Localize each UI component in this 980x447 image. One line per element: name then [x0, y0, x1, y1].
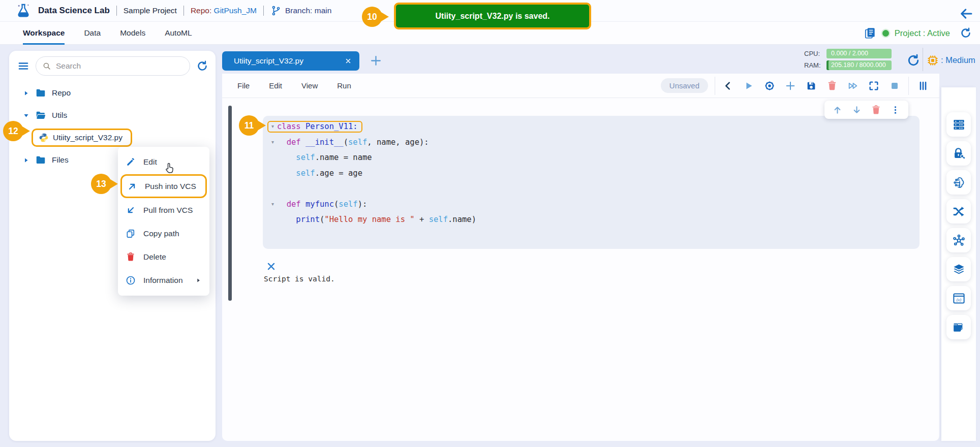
code-token: self: [296, 169, 315, 178]
cell-toolbar: [824, 101, 908, 119]
fold-caret-icon[interactable]: ▾: [268, 139, 277, 145]
code-line[interactable]: self.age = age: [263, 166, 920, 181]
function-window-button[interactable]: (x): [946, 286, 971, 310]
lock-key-button[interactable]: [946, 141, 971, 166]
code-token: .name): [448, 215, 476, 224]
cursor-hand-icon: [163, 161, 176, 175]
shuffle-button[interactable]: [946, 199, 971, 224]
divider: [923, 48, 923, 71]
trash-pink-icon[interactable]: [871, 105, 881, 115]
tree-item-utiity-script-v32-py[interactable]: Utiity_script_V32.py: [9, 126, 216, 149]
annotation-badge-13: 13: [91, 174, 111, 194]
nav-tab-models[interactable]: Models: [120, 22, 145, 45]
python-icon: [39, 133, 49, 143]
save-status-badge: Unsaved: [661, 78, 708, 93]
molecule-button[interactable]: [946, 228, 971, 252]
fold-caret-icon[interactable]: ▾: [268, 123, 277, 129]
server-rack-button[interactable]: [946, 112, 971, 137]
code-token: [301, 138, 305, 147]
editor-menus: FileEditViewRun: [237, 81, 351, 90]
play-button[interactable]: [738, 78, 759, 94]
code-token: [301, 122, 305, 131]
ai-brain-button[interactable]: [946, 170, 971, 195]
code-token: def: [287, 200, 301, 209]
close-tab-icon[interactable]: [345, 57, 352, 65]
editor-scrollbar[interactable]: [228, 106, 232, 301]
search-input[interactable]: Search: [36, 56, 190, 76]
tree-refresh-icon[interactable]: [196, 60, 208, 72]
code-line[interactable]: ▾class Person_V11:: [263, 119, 920, 135]
search-icon: [42, 61, 51, 71]
context-menu-item-copy-path[interactable]: Copy path: [118, 222, 209, 245]
repo-name: GitPush_JM: [214, 6, 257, 15]
caret-right-icon: [23, 90, 29, 97]
code-line[interactable]: [263, 181, 920, 197]
clear-output-icon[interactable]: [266, 262, 276, 271]
editor-tab[interactable]: Utiity_script_V32.py: [222, 51, 359, 71]
nav-tab-data[interactable]: Data: [84, 22, 101, 45]
context-menu-item-push-into-vcs[interactable]: Push into VCS: [120, 174, 207, 198]
repo-info[interactable]: Repo: GitPush_JM: [191, 6, 257, 15]
annotated-code: ▾class Person_V11:: [267, 121, 362, 133]
editor-menu-file[interactable]: File: [237, 81, 250, 90]
kebab-icon[interactable]: [890, 105, 901, 115]
code-token: class: [277, 122, 301, 131]
tree-item-utils[interactable]: Utils: [9, 104, 216, 126]
resource-refresh-icon[interactable]: [906, 53, 921, 68]
code-line[interactable]: print("Hello my name is " + self.name): [263, 212, 920, 228]
divider: [715, 77, 715, 95]
arrow-up-icon[interactable]: [832, 105, 843, 115]
save-button[interactable]: [801, 78, 821, 94]
trash-pink-button[interactable]: [821, 78, 842, 94]
nav-tab-automl[interactable]: AutoML: [165, 22, 192, 45]
context-menu-label: Copy path: [143, 229, 202, 238]
repo-label: Repo:: [191, 6, 211, 15]
chevron-left-button[interactable]: [717, 78, 738, 94]
new-tab-icon[interactable]: [370, 54, 382, 67]
menu-icon[interactable]: [17, 60, 29, 72]
tree-item-repo[interactable]: Repo: [9, 82, 216, 104]
back-arrow-icon[interactable]: [959, 6, 974, 21]
folder-icon: [35, 87, 46, 99]
project-refresh-icon[interactable]: [960, 27, 972, 39]
divider: [183, 6, 184, 16]
branch-label: Branch: main: [285, 6, 331, 15]
nav-tabs: WorkspaceDataModelsAutoML: [23, 22, 192, 45]
columns-button[interactable]: [912, 78, 933, 94]
code-cell[interactable]: ▾class Person_V11:▾ def __init__(self, n…: [263, 116, 920, 249]
stop-button[interactable]: [884, 78, 905, 94]
editor-menu-edit[interactable]: Edit: [269, 81, 282, 90]
fullscreen-button[interactable]: [863, 78, 884, 94]
tree-item-label: Repo: [52, 88, 71, 98]
fast-forward-button[interactable]: [842, 78, 863, 94]
code-line[interactable]: ▾ def myfunc(self):: [263, 197, 920, 212]
code-token: , name, age):: [367, 138, 428, 147]
context-menu-item-pull-from-vcs[interactable]: Pull from VCS: [118, 199, 209, 222]
arrow-up-right-icon: [127, 181, 137, 191]
submenu-caret-icon: [195, 277, 202, 284]
editor-tab-title: Utiity_script_V32.py: [234, 56, 345, 66]
instance-size-label[interactable]: : Medium: [941, 55, 975, 65]
code-line[interactable]: ▾ def __init__(self, name, age):: [263, 135, 920, 150]
logs-icon[interactable]: [864, 26, 877, 40]
editor-menu-view[interactable]: View: [301, 81, 318, 90]
toast-notification: Utiity_script_V32.py is saved.: [394, 3, 591, 29]
context-menu-label: Information: [143, 276, 187, 285]
plus-blue-button[interactable]: [780, 78, 801, 94]
folder-docs-button[interactable]: [946, 315, 971, 339]
code-token: [277, 138, 287, 147]
code-token: +: [415, 215, 429, 224]
info-icon: [126, 275, 136, 285]
cpu-usage-value: 0.000 / 2.000: [826, 49, 892, 58]
layers-button[interactable]: [946, 257, 971, 281]
svg-text:(x): (x): [956, 297, 961, 302]
settings-gear-button[interactable]: [759, 78, 780, 94]
context-menu-item-information[interactable]: Information: [118, 269, 209, 292]
fold-caret-icon[interactable]: ▾: [268, 201, 277, 207]
editor-menu-run[interactable]: Run: [337, 81, 351, 90]
code-line[interactable]: self.name = name: [263, 150, 920, 166]
context-menu-item-delete[interactable]: Delete: [118, 245, 209, 269]
nav-tab-workspace[interactable]: Workspace: [23, 22, 65, 45]
search-placeholder: Search: [56, 61, 81, 71]
arrow-down-icon[interactable]: [851, 105, 862, 115]
